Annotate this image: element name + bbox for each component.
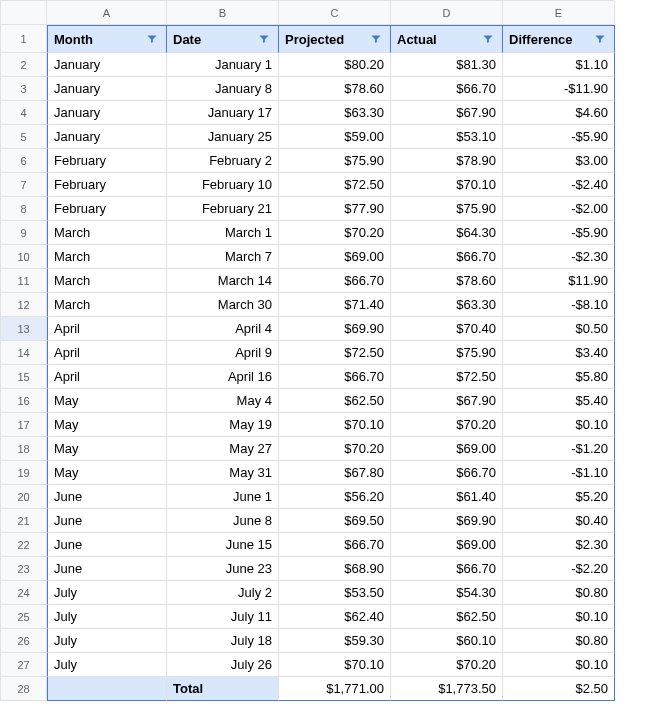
- cell-diff[interactable]: $3.40: [503, 341, 615, 365]
- cell-month[interactable]: July: [47, 581, 167, 605]
- cell-diff[interactable]: $0.40: [503, 509, 615, 533]
- cell-proj[interactable]: $72.50: [279, 173, 391, 197]
- header-date[interactable]: Date: [167, 25, 279, 53]
- cell-month[interactable]: April: [47, 365, 167, 389]
- cell-proj[interactable]: $63.30: [279, 101, 391, 125]
- row-header-3[interactable]: 3: [1, 77, 47, 101]
- cell-act[interactable]: $78.60: [391, 269, 503, 293]
- header-actual[interactable]: Actual: [391, 25, 503, 53]
- cell-date[interactable]: June 1: [167, 485, 279, 509]
- cell-diff[interactable]: $0.80: [503, 581, 615, 605]
- cell-act[interactable]: $78.90: [391, 149, 503, 173]
- cell-diff[interactable]: $2.30: [503, 533, 615, 557]
- cell-diff[interactable]: $0.10: [503, 653, 615, 677]
- cell-month[interactable]: March: [47, 221, 167, 245]
- row-header-1[interactable]: 1: [1, 25, 47, 53]
- cell-act[interactable]: $66.70: [391, 245, 503, 269]
- cell-date[interactable]: January 1: [167, 53, 279, 77]
- row-header-9[interactable]: 9: [1, 221, 47, 245]
- cell-act[interactable]: $61.40: [391, 485, 503, 509]
- cell-date[interactable]: May 19: [167, 413, 279, 437]
- cell-diff[interactable]: $1.10: [503, 53, 615, 77]
- cell-act[interactable]: $70.20: [391, 653, 503, 677]
- cell-proj[interactable]: $69.50: [279, 509, 391, 533]
- spreadsheet-grid[interactable]: ABCDE1MonthDateProjectedActualDifference…: [0, 0, 614, 701]
- cell-diff[interactable]: $4.60: [503, 101, 615, 125]
- row-header-16[interactable]: 16: [1, 389, 47, 413]
- cell-proj[interactable]: $53.50: [279, 581, 391, 605]
- cell-month[interactable]: July: [47, 653, 167, 677]
- total-diff[interactable]: $2.50: [503, 677, 615, 701]
- cell-date[interactable]: January 17: [167, 101, 279, 125]
- row-header-22[interactable]: 22: [1, 533, 47, 557]
- cell-act[interactable]: $75.90: [391, 341, 503, 365]
- cell-proj[interactable]: $59.30: [279, 629, 391, 653]
- cell-date[interactable]: February 21: [167, 197, 279, 221]
- cell-diff[interactable]: -$11.90: [503, 77, 615, 101]
- cell-date[interactable]: February 10: [167, 173, 279, 197]
- cell-month[interactable]: June: [47, 557, 167, 581]
- cell-date[interactable]: May 31: [167, 461, 279, 485]
- row-header-13[interactable]: 13: [1, 317, 47, 341]
- total-blank[interactable]: [47, 677, 167, 701]
- cell-proj[interactable]: $67.80: [279, 461, 391, 485]
- cell-act[interactable]: $81.30: [391, 53, 503, 77]
- cell-diff[interactable]: -$8.10: [503, 293, 615, 317]
- cell-act[interactable]: $66.70: [391, 77, 503, 101]
- column-header-E[interactable]: E: [503, 1, 615, 25]
- cell-month[interactable]: February: [47, 197, 167, 221]
- row-header-17[interactable]: 17: [1, 413, 47, 437]
- cell-date[interactable]: April 9: [167, 341, 279, 365]
- cell-month[interactable]: July: [47, 629, 167, 653]
- cell-diff[interactable]: -$1.20: [503, 437, 615, 461]
- cell-diff[interactable]: $11.90: [503, 269, 615, 293]
- row-header-4[interactable]: 4: [1, 101, 47, 125]
- filter-icon[interactable]: [592, 31, 608, 47]
- row-header-14[interactable]: 14: [1, 341, 47, 365]
- cell-proj[interactable]: $69.90: [279, 317, 391, 341]
- cell-diff[interactable]: $0.50: [503, 317, 615, 341]
- cell-act[interactable]: $63.30: [391, 293, 503, 317]
- row-header-20[interactable]: 20: [1, 485, 47, 509]
- cell-date[interactable]: January 8: [167, 77, 279, 101]
- cell-act[interactable]: $70.20: [391, 413, 503, 437]
- cell-month[interactable]: June: [47, 485, 167, 509]
- cell-date[interactable]: April 16: [167, 365, 279, 389]
- cell-month[interactable]: April: [47, 341, 167, 365]
- cell-act[interactable]: $70.40: [391, 317, 503, 341]
- cell-act[interactable]: $60.10: [391, 629, 503, 653]
- cell-date[interactable]: March 14: [167, 269, 279, 293]
- cell-date[interactable]: July 11: [167, 605, 279, 629]
- cell-date[interactable]: March 30: [167, 293, 279, 317]
- row-header-27[interactable]: 27: [1, 653, 47, 677]
- filter-icon[interactable]: [480, 31, 496, 47]
- cell-diff[interactable]: $5.40: [503, 389, 615, 413]
- cell-proj[interactable]: $80.20: [279, 53, 391, 77]
- cell-proj[interactable]: $69.00: [279, 245, 391, 269]
- total-act[interactable]: $1,773.50: [391, 677, 503, 701]
- cell-date[interactable]: March 1: [167, 221, 279, 245]
- row-header-28[interactable]: 28: [1, 677, 47, 701]
- cell-diff[interactable]: -$2.20: [503, 557, 615, 581]
- cell-act[interactable]: $67.90: [391, 389, 503, 413]
- cell-month[interactable]: March: [47, 245, 167, 269]
- cell-date[interactable]: January 25: [167, 125, 279, 149]
- row-header-10[interactable]: 10: [1, 245, 47, 269]
- cell-month[interactable]: May: [47, 389, 167, 413]
- cell-month[interactable]: July: [47, 605, 167, 629]
- cell-month[interactable]: May: [47, 461, 167, 485]
- cell-proj[interactable]: $70.10: [279, 653, 391, 677]
- cell-date[interactable]: May 27: [167, 437, 279, 461]
- cell-proj[interactable]: $78.60: [279, 77, 391, 101]
- cell-diff[interactable]: -$5.90: [503, 125, 615, 149]
- cell-act[interactable]: $75.90: [391, 197, 503, 221]
- column-header-D[interactable]: D: [391, 1, 503, 25]
- cell-month[interactable]: April: [47, 317, 167, 341]
- row-header-7[interactable]: 7: [1, 173, 47, 197]
- row-header-25[interactable]: 25: [1, 605, 47, 629]
- column-header-B[interactable]: B: [167, 1, 279, 25]
- filter-icon[interactable]: [256, 31, 272, 47]
- cell-act[interactable]: $64.30: [391, 221, 503, 245]
- cell-date[interactable]: June 8: [167, 509, 279, 533]
- cell-act[interactable]: $69.00: [391, 437, 503, 461]
